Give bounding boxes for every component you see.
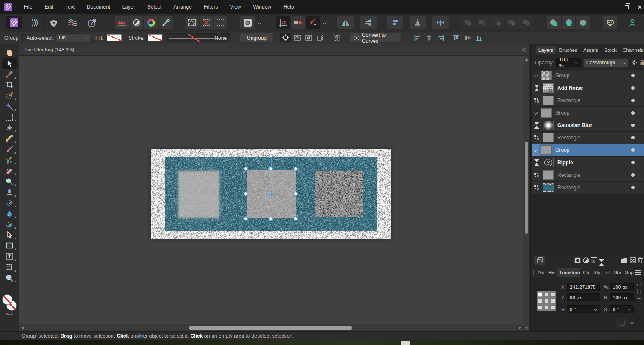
layer-thumbnail[interactable]: [543, 183, 554, 192]
snapping-button[interactable]: [306, 16, 320, 29]
layer-row-gaussian-blur[interactable]: Gaussian Blur: [532, 119, 644, 131]
visibility-dot[interactable]: [631, 99, 635, 102]
group-layers-folder-icon[interactable]: [621, 257, 628, 263]
layer-thumbnail[interactable]: [541, 71, 552, 80]
tab-styles[interactable]: Sty: [591, 268, 601, 277]
account-button[interactable]: [625, 16, 639, 29]
insert-behind-button[interactable]: [547, 16, 561, 29]
scroll-down-arrow-icon[interactable]: [525, 327, 528, 329]
selection-brush-tool[interactable]: [2, 90, 17, 101]
anchor-bottom-right[interactable]: [551, 306, 555, 309]
document-tab[interactable]: live filter bug (148.3%): [25, 47, 74, 52]
layer-row-ripple[interactable]: Ripple: [532, 157, 644, 169]
ctx-align-bottom-button[interactable]: [474, 33, 484, 42]
marquee-select-tool[interactable]: [2, 112, 17, 122]
layer-row-group-3-selected[interactable]: Group: [532, 144, 644, 156]
liquify-persona-button[interactable]: [26, 16, 43, 29]
menu-document[interactable]: Document: [81, 0, 116, 14]
expand-chevron-icon[interactable]: [532, 70, 539, 82]
tab-assets[interactable]: Assets: [581, 46, 601, 54]
ctx-align-center-h-button[interactable]: [424, 33, 434, 42]
selection-center-marker[interactable]: [269, 192, 273, 196]
align-left-button[interactable]: [387, 16, 403, 29]
visibility-dot[interactable]: [631, 148, 635, 152]
node-tool[interactable]: [2, 230, 17, 240]
tab-colour[interactable]: Clr: [581, 268, 591, 277]
app-logo-icon[interactable]: [4, 3, 12, 11]
visibility-dot[interactable]: [631, 111, 635, 115]
minimize-button[interactable]: [607, 0, 620, 14]
menu-filters[interactable]: Filters: [198, 0, 224, 14]
adjustment-layer-icon[interactable]: [583, 257, 589, 263]
align-center-vertical-button[interactable]: [410, 16, 426, 29]
boolean-intersect-button[interactable]: [490, 16, 504, 29]
selection-handle-bottom-right[interactable]: [294, 217, 298, 221]
menu-view[interactable]: View: [224, 0, 247, 14]
boolean-divide-button[interactable]: [505, 16, 519, 29]
tab-brushes[interactable]: Brushes: [557, 46, 580, 54]
erase-brush-tool[interactable]: [2, 165, 17, 176]
flood-select-tool[interactable]: [2, 101, 17, 112]
visibility-dot[interactable]: [631, 74, 635, 77]
cycle-selection-box-button[interactable]: [292, 33, 302, 42]
tab-history[interactable]: His: [546, 268, 556, 277]
horizontal-scrollbar[interactable]: [19, 324, 523, 331]
menu-window[interactable]: Window: [247, 0, 277, 14]
fill-color-well[interactable]: [2, 294, 12, 305]
opacity-dropdown[interactable]: 100 %: [556, 58, 581, 67]
pattern-box-button[interactable]: [315, 33, 325, 42]
blend-mode-dropdown[interactable]: Passthrough: [583, 58, 629, 67]
layer-settings-gear-icon[interactable]: [631, 59, 638, 66]
visibility-dot[interactable]: [631, 161, 635, 164]
vertical-scrollbar-thumb[interactable]: [525, 142, 528, 234]
gradient-tool[interactable]: [2, 133, 17, 144]
anchor-center[interactable]: [545, 299, 548, 303]
dodge-brush-tool[interactable]: [2, 176, 17, 187]
anchor-mid-left[interactable]: [538, 299, 542, 303]
fill-swatch[interactable]: [107, 34, 122, 41]
ctx-align-right-button[interactable]: [435, 33, 446, 42]
layer-row-group-2[interactable]: Group: [532, 107, 644, 119]
flip-vertical-button[interactable]: [360, 16, 377, 29]
h-input[interactable]: [610, 293, 634, 301]
layer-thumbnail[interactable]: [543, 133, 554, 142]
layer-row-group-1[interactable]: Group: [532, 70, 644, 82]
layer-thumbnail[interactable]: [543, 83, 554, 93]
anchor-bottom-center[interactable]: [545, 306, 548, 309]
align-center-horizontal-button[interactable]: [432, 16, 449, 29]
mirror-box-button[interactable]: [303, 33, 314, 42]
live-filter-add-icon[interactable]: [599, 259, 604, 266]
photo-persona-button[interactable]: [6, 16, 22, 29]
move-by-whole-pixels-button[interactable]: [291, 16, 305, 29]
layer-row-rectangle-4[interactable]: Rectangle: [532, 182, 644, 194]
selection-handle-bottom-center[interactable]: [269, 217, 273, 221]
tab-info[interactable]: Inf: [602, 268, 611, 277]
panel-menu-icon[interactable]: [635, 270, 641, 275]
tab-stock[interactable]: Stock: [601, 46, 619, 54]
visibility-dot[interactable]: [631, 124, 635, 127]
contrast-button[interactable]: [130, 16, 143, 29]
w-input[interactable]: [610, 283, 634, 291]
layer-thumbnail[interactable]: [543, 170, 554, 180]
visibility-dot[interactable]: [631, 86, 635, 90]
selection-handle-top-center[interactable]: [269, 167, 273, 171]
snapping-dropdown-button[interactable]: [321, 16, 328, 29]
menu-file[interactable]: File: [18, 0, 38, 14]
rectangle-tool[interactable]: [2, 240, 17, 251]
convert-to-curves-button[interactable]: Convert to Curves: [350, 33, 401, 42]
mask-layer-icon[interactable]: [574, 257, 581, 263]
ctx-align-top-button[interactable]: [450, 33, 461, 42]
document-tab-close-icon[interactable]: [521, 47, 526, 53]
rotation-handle[interactable]: [269, 154, 273, 158]
expand-chevron-icon[interactable]: [532, 144, 539, 156]
ungroup-button[interactable]: Ungroup: [240, 33, 273, 42]
color-picker-tool[interactable]: [2, 69, 17, 79]
anchor-top-left[interactable]: [538, 293, 542, 296]
selection-handle-top-left[interactable]: [244, 167, 248, 171]
x-input[interactable]: [567, 283, 600, 291]
menu-text[interactable]: Text: [59, 0, 81, 14]
shear-dropdown[interactable]: 0 °: [610, 305, 634, 313]
selection-handle-bottom-left[interactable]: [244, 217, 248, 221]
vertical-scrollbar[interactable]: [523, 56, 529, 331]
link-dimensions-icon[interactable]: [636, 284, 641, 299]
